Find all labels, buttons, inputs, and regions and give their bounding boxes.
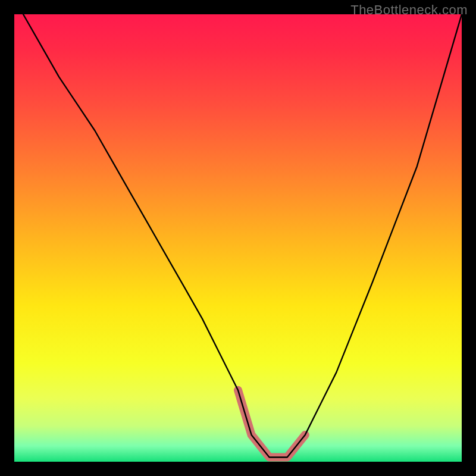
watermark-label: TheBottleneck.com bbox=[350, 2, 468, 18]
chart-frame: TheBottleneck.com bbox=[0, 0, 476, 476]
plot-area bbox=[14, 14, 462, 462]
curve-layer bbox=[14, 14, 462, 462]
